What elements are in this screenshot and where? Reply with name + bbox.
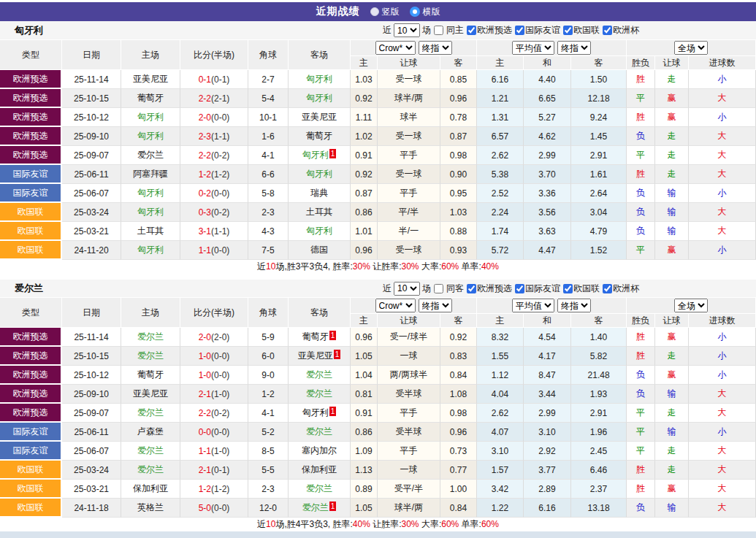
odds2-home-cell: 4.07 [477, 423, 524, 442]
odds2-draw-cell: 5.27 [524, 108, 571, 127]
same-venue-checkbox[interactable] [434, 284, 443, 293]
competition-checkbox[interactable] [603, 284, 612, 293]
match-type-cell: 欧国联 [0, 461, 62, 480]
corner-cell: 4-3 [248, 222, 289, 241]
odds1-handicap-cell: 受一球 [378, 127, 440, 146]
competition-filter[interactable]: 国际友谊 [514, 283, 560, 295]
col-type: 类型 [0, 298, 62, 328]
match-row: 欧国联25-03-21土耳其3-1(1-1)4-3匈牙利1.01半/一0.881… [0, 222, 756, 241]
away-team-cell: 匈牙利 [289, 70, 351, 89]
competition-checkbox[interactable] [467, 26, 476, 35]
odds1-group-header: Crow*终指 [351, 40, 477, 56]
home-team-cell: 爱尔兰 [121, 146, 180, 165]
score-cell: 0-3(0-2) [180, 203, 248, 222]
recent-count-select[interactable]: 10 [394, 23, 420, 37]
match-date-cell: 25-11-14 [62, 70, 121, 89]
final-odds-select[interactable]: 终指 [419, 299, 452, 312]
away-team-cell: 爱尔兰 [289, 366, 351, 385]
competition-filter[interactable]: 欧洲杯 [602, 283, 639, 295]
same-venue-checkbox[interactable] [434, 26, 443, 35]
match-type-cell: 国际友谊 [0, 423, 62, 442]
col-odds1-handicap: 让球 [378, 56, 440, 70]
handicap-result-cell: 输 [655, 385, 689, 404]
odds2-home-cell: 2.52 [477, 184, 524, 203]
odds1-handicap-cell: 受半球 [378, 385, 440, 404]
odds1-home-cell: 0.89 [351, 480, 378, 499]
recent-count-select[interactable]: 10 [394, 282, 420, 296]
odds-source-select[interactable]: Crow* [375, 299, 416, 312]
fulltime-score: 1-2 [199, 169, 211, 180]
avg-odds-select[interactable]: 平均值 [512, 41, 554, 55]
goals-result-cell: 大 [689, 222, 756, 241]
home-team-cell: 亚美尼亚 [121, 385, 180, 404]
fulltime-score: 1-2 [199, 484, 211, 494]
odds1-handicap-cell: 受平/半 [378, 480, 440, 499]
fulltime-score: 2-0 [199, 112, 211, 123]
odds1-handicap-cell: 受半球 [378, 423, 440, 442]
halftime-score: (0-0) [211, 245, 229, 255]
fullmatch-select[interactable]: 全场 [674, 41, 708, 55]
competition-filter[interactable]: 欧洲杯 [602, 24, 639, 36]
goals-result-cell: 大 [689, 127, 756, 146]
odds2-away-cell: 21.48 [571, 366, 627, 385]
odds2-draw-cell: 4.17 [524, 347, 571, 366]
final-odds-select[interactable]: 终指 [557, 299, 591, 312]
radio-vertical[interactable]: 竖版 [370, 6, 400, 18]
odds2-draw-cell: 2.89 [524, 480, 571, 499]
halftime-score: (0-0) [211, 188, 229, 199]
match-date-cell: 25-03-21 [62, 222, 121, 241]
competition-checkbox[interactable] [515, 26, 524, 35]
odds2-away-cell: 2.64 [571, 184, 627, 203]
avg-odds-select[interactable]: 平均值 [512, 299, 554, 312]
col-home: 主场 [121, 298, 180, 328]
col-odds2-draw: 和 [524, 56, 571, 70]
fullmatch-select[interactable]: 全场 [674, 299, 708, 312]
red-card-badge: 1 [329, 502, 337, 511]
corner-cell: 1-6 [248, 127, 289, 146]
handicap-result-cell: 赢 [655, 366, 689, 385]
radio-horizontal-icon[interactable] [410, 7, 420, 17]
score-cell: 2-1(1-0) [180, 385, 248, 404]
fulltime-score: 3-1 [199, 226, 211, 237]
competition-filter[interactable]: 欧洲预选 [466, 283, 512, 295]
radio-vertical-icon[interactable] [370, 7, 379, 16]
match-row: 欧洲预选25-10-12匈牙利2-0(0-0)10-1亚美尼亚1.11球半0.7… [0, 108, 756, 127]
odds1-handicap-cell: 球半 [378, 108, 440, 127]
wl-result-cell: 平 [627, 404, 655, 423]
fulltime-score: 0-2 [199, 188, 211, 199]
odds-source-select[interactable]: Crow* [375, 41, 416, 55]
competition-checkbox[interactable] [563, 284, 573, 293]
fulltime-score: 5-0 [199, 503, 211, 513]
competition-filter[interactable]: 欧洲预选 [466, 24, 512, 36]
summary-stat-label: 场,胜3平3负4, 胜率: [275, 261, 352, 272]
radio-horizontal-label: 横版 [423, 6, 440, 18]
final-odds-select[interactable]: 终指 [419, 41, 452, 55]
halftime-score: (0-2) [211, 408, 229, 418]
competition-filter[interactable]: 国际友谊 [514, 24, 560, 36]
competition-checkbox[interactable] [563, 26, 573, 35]
radio-vertical-label: 竖版 [382, 6, 400, 18]
fulltime-score: 1-0 [199, 351, 211, 361]
final-odds-select[interactable]: 终指 [557, 41, 591, 55]
match-date-cell: 25-06-11 [62, 423, 121, 442]
match-date-cell: 25-11-14 [62, 328, 121, 347]
wl-result-cell: 负 [627, 385, 655, 404]
odds1-home-cell: 1.05 [351, 347, 378, 366]
competition-filter[interactable]: 欧国联 [562, 24, 600, 36]
halftime-score: (0-2) [211, 150, 229, 161]
odds2-home-cell: 1.22 [477, 499, 524, 518]
odds1-home-cell: 1.13 [351, 461, 378, 480]
competition-checkbox[interactable] [467, 284, 476, 293]
odds2-away-cell: 4.79 [571, 222, 627, 241]
radio-horizontal[interactable]: 横版 [410, 6, 440, 18]
odds1-home-cell: 1.02 [351, 127, 378, 146]
competition-filter[interactable]: 欧国联 [562, 283, 600, 295]
competition-checkbox[interactable] [603, 26, 612, 35]
summary-stat-label: 单率: [459, 261, 481, 272]
fulltime-score: 2-1 [199, 465, 211, 475]
competition-label: 国际友谊 [525, 283, 560, 295]
wl-result-cell: 负 [627, 127, 655, 146]
halftime-score: (1-0) [211, 389, 229, 399]
corner-cell: 10-1 [248, 108, 289, 127]
competition-checkbox[interactable] [515, 284, 524, 293]
